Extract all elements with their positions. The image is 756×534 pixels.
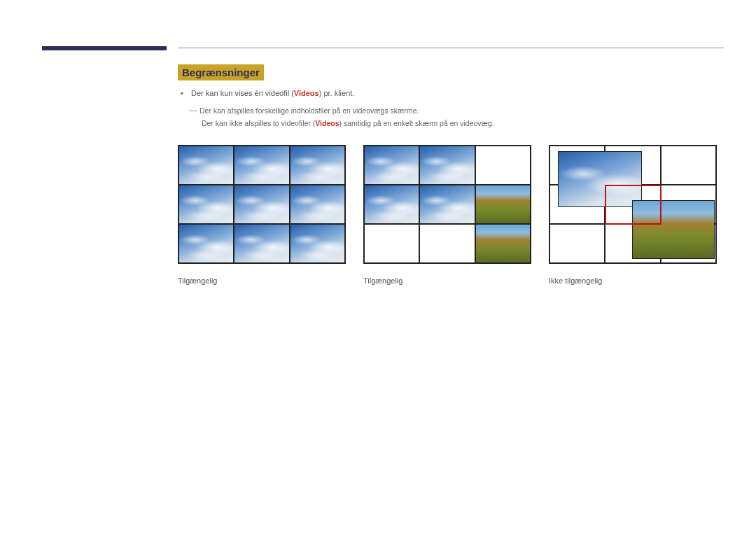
sub-line-1-text: Der kan afspilles forskellige indholdsfi…	[200, 106, 419, 115]
section-heading: Begrænsninger	[178, 64, 264, 80]
grid-cell	[550, 224, 605, 263]
dash-marker: ―	[189, 106, 197, 115]
grid-cell	[419, 185, 475, 224]
figure-3-caption: Ikke tilgængelig	[549, 276, 717, 285]
figure-1-grid	[178, 145, 346, 264]
grid-cell	[475, 224, 531, 263]
grid-cell	[234, 185, 289, 224]
bullet-marker: •	[181, 89, 189, 97]
grid-cell	[475, 146, 531, 185]
grid-cell	[661, 146, 716, 185]
bullet-text-before: Der kan kun vises én videofil (	[191, 89, 294, 97]
figure-1: Tilgængelig	[178, 145, 346, 285]
grid-cell	[178, 146, 234, 185]
grid-cell	[178, 224, 234, 263]
header-divider	[178, 48, 724, 48]
grid-cell	[290, 224, 345, 263]
grid-cell	[475, 185, 531, 224]
sub-line-2-after: ) samtidig på en enkelt skærm på en vide…	[339, 119, 493, 127]
bullet-videos-word: Videos	[294, 89, 319, 97]
figure-1-caption: Tilgængelig	[178, 276, 346, 285]
bullet-line: • Der kan kun vises én videofil (Videos)…	[181, 89, 724, 97]
sub-lines: ―Der kan afspilles forskellige indholdsf…	[189, 104, 724, 129]
grid-cell	[290, 146, 345, 185]
sub-line-2-videos: Videos	[315, 119, 339, 127]
grid-cell	[178, 185, 234, 224]
header-accent-bar	[42, 46, 167, 50]
sub-line-2: Der kan ikke afspilles to videofiler (Vi…	[202, 118, 724, 129]
figure-2-grid	[363, 145, 531, 264]
grid-cell	[419, 224, 475, 263]
grid-cell	[234, 224, 289, 263]
figure-2: Tilgængelig	[363, 145, 531, 285]
grid-cell	[364, 185, 419, 224]
content-area: Begrænsninger • Der kan kun vises én vid…	[178, 64, 724, 285]
grid-cell	[290, 185, 345, 224]
bullet-text-after: ) pr. klient.	[319, 89, 355, 97]
grid-cell	[419, 146, 475, 185]
figure-3: Ikke tilgængelig	[549, 145, 717, 285]
grid-cell	[364, 224, 419, 263]
figures-row: Tilgængelig Tilgængelig	[178, 145, 724, 285]
grid-cell	[234, 146, 289, 185]
figure-3-video-sky	[558, 151, 642, 207]
figure-3-video-field	[632, 200, 715, 259]
sub-line-2-before: Der kan ikke afspilles to videofiler (	[202, 119, 315, 127]
figure-2-caption: Tilgængelig	[363, 276, 531, 285]
grid-cell	[364, 146, 419, 185]
figure-3-grid	[549, 145, 717, 264]
sub-line-1: ―Der kan afspilles forskellige indholdsf…	[189, 104, 724, 118]
